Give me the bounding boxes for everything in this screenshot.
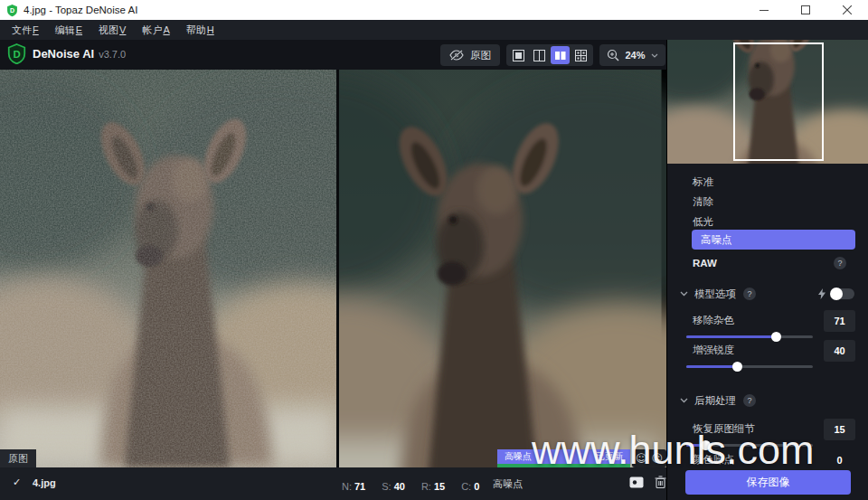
remove-noise-slider[interactable] xyxy=(686,335,813,338)
model-status-banner: 高噪点 已更新 xyxy=(497,449,630,464)
denoise-logo-icon: D xyxy=(7,43,26,64)
split-view-icon xyxy=(533,50,545,61)
settings-panel: 标准 清除 低光 高噪点 RAW ? 模型选项 ? 移除杂色 71 增强锐度 4… xyxy=(666,40,868,500)
status-filename: 4.jpg xyxy=(33,477,56,488)
banner-model-label: 高噪点 xyxy=(505,450,532,463)
brand-name: DeNoise AI xyxy=(33,47,94,61)
show-original-button[interactable]: 原图 xyxy=(440,44,500,66)
post-processing-help-icon[interactable]: ? xyxy=(743,394,756,407)
maximize-button[interactable] xyxy=(785,0,826,20)
svg-text:D: D xyxy=(13,49,20,60)
post-processing-title: 后期处理 xyxy=(694,394,736,408)
model-options-title: 模型选项 xyxy=(694,288,736,301)
save-image-button[interactable]: 保存图像 xyxy=(685,470,851,495)
status-model-name: 高噪点 xyxy=(493,477,523,491)
menu-view[interactable]: 视图V xyxy=(90,20,134,40)
model-item-standard[interactable]: 标准 xyxy=(693,172,855,192)
side-by-side-view-button[interactable] xyxy=(551,46,570,64)
metric-noise: N:71 xyxy=(342,477,365,494)
color-noise-label: 颜色噪点 xyxy=(693,453,734,467)
recover-detail-slider[interactable] xyxy=(686,444,813,447)
remove-noise-label: 移除杂色 xyxy=(693,314,734,327)
original-image-pane[interactable]: 原图 xyxy=(0,70,336,467)
denoised-image xyxy=(339,70,666,467)
model-item-raw[interactable]: RAW ? xyxy=(693,253,855,273)
auto-bolt-icon xyxy=(818,288,826,299)
file-check-icon: ✓ xyxy=(13,476,21,488)
delete-image-button[interactable] xyxy=(655,476,666,492)
model-item-severe-noise[interactable]: 高噪点 xyxy=(692,230,855,250)
toggle-knob[interactable] xyxy=(830,288,843,300)
settings-summary: N:71 S:40 R:15 C:0 xyxy=(342,477,479,494)
minimize-button[interactable] xyxy=(743,0,785,20)
slider-knob[interactable] xyxy=(732,362,742,372)
metric-color: C:0 xyxy=(461,477,479,494)
single-view-button[interactable] xyxy=(509,46,528,64)
chevron-down-icon xyxy=(680,291,688,297)
show-original-label: 原图 xyxy=(470,49,491,62)
auto-settings-toggle[interactable] xyxy=(831,288,854,299)
menu-file[interactable]: 文件F xyxy=(4,20,47,40)
slider-knob[interactable] xyxy=(771,332,781,342)
brand-version: v3.7.0 xyxy=(99,49,126,60)
model-options-header[interactable]: 模型选项 ? xyxy=(680,285,854,303)
split-view-button[interactable] xyxy=(530,46,549,64)
maximize-icon xyxy=(801,5,810,14)
navigator-thumbnail[interactable] xyxy=(667,40,868,164)
close-button[interactable] xyxy=(826,0,868,20)
model-item-clear[interactable]: 清除 xyxy=(693,192,855,212)
preview-image-button[interactable] xyxy=(629,476,644,492)
original-image-tag: 原图 xyxy=(0,449,36,467)
image-viewer: 原图 高噪点 已更新 ☺ ☹ xyxy=(0,70,666,467)
slider-fill xyxy=(686,335,776,338)
navigator-viewport-rect[interactable] xyxy=(733,42,824,161)
sad-face-icon[interactable]: ☹ xyxy=(652,453,664,464)
close-icon xyxy=(843,5,852,14)
comparison-view-button[interactable] xyxy=(571,46,590,64)
recover-detail-label: 恢复原图细节 xyxy=(693,422,755,436)
window-title: 4.jpg - Topaz DeNoise AI xyxy=(24,5,137,15)
side-by-side-view-icon xyxy=(554,50,566,61)
slider-knob[interactable] xyxy=(701,440,711,450)
raw-help-icon[interactable]: ? xyxy=(834,257,846,269)
trash-icon xyxy=(655,476,666,488)
chevron-down-icon xyxy=(651,53,658,58)
eye-off-icon xyxy=(449,50,464,61)
chevron-down-icon xyxy=(680,398,688,403)
app-icon: D xyxy=(6,4,18,17)
menu-bar: 文件F 编辑E 视图V 帐户A 帮助H xyxy=(0,20,868,40)
model-options-help-icon[interactable]: ? xyxy=(743,288,756,300)
app-logo: D DeNoise AI v3.7.0 xyxy=(7,43,126,64)
metric-recover: R:15 xyxy=(421,477,445,494)
enhance-sharpness-slider-group: 增强锐度 40 xyxy=(667,342,868,371)
zoom-level: 24% xyxy=(625,50,645,61)
banner-status-label: 已更新 xyxy=(596,450,623,463)
enhance-sharpness-label: 增强锐度 xyxy=(693,344,734,357)
zoom-in-icon xyxy=(607,49,619,61)
image-icon xyxy=(629,476,644,488)
enhance-sharpness-value[interactable]: 40 xyxy=(824,340,855,362)
menu-account[interactable]: 帐户A xyxy=(134,20,177,40)
post-processing-header[interactable]: 后期处理 ? xyxy=(680,392,854,410)
svg-text:D: D xyxy=(10,7,14,14)
remove-noise-slider-group: 移除杂色 71 xyxy=(667,312,868,341)
color-noise-value[interactable]: 0 xyxy=(824,449,855,471)
model-item-low-light[interactable]: 低光 xyxy=(693,212,855,231)
enhance-sharpness-slider[interactable] xyxy=(686,365,813,368)
comparison-view-icon xyxy=(575,50,587,61)
denoised-image-pane[interactable]: 高噪点 已更新 ☺ ☹ xyxy=(339,70,666,467)
title-bar: D 4.jpg - Topaz DeNoise AI xyxy=(0,0,868,20)
metric-sharpness: S:40 xyxy=(382,477,405,494)
menu-help[interactable]: 帮助H xyxy=(178,20,222,40)
slider-fill xyxy=(686,365,737,368)
single-view-icon xyxy=(513,50,524,61)
happy-face-icon[interactable]: ☺ xyxy=(636,453,647,464)
status-bar: ✓ 4.jpg N:71 S:40 R:15 C:0 高噪点 xyxy=(0,467,666,500)
menu-edit[interactable]: 编辑E xyxy=(47,20,90,40)
recover-detail-value[interactable]: 15 xyxy=(824,419,855,440)
view-mode-switcher xyxy=(506,44,593,66)
remove-noise-value[interactable]: 71 xyxy=(824,310,855,332)
recover-detail-slider-group: 恢复原图细节 15 xyxy=(667,420,868,449)
toolbar: D DeNoise AI v3.7.0 原图 xyxy=(0,40,666,70)
zoom-control[interactable]: 24% xyxy=(599,44,665,66)
